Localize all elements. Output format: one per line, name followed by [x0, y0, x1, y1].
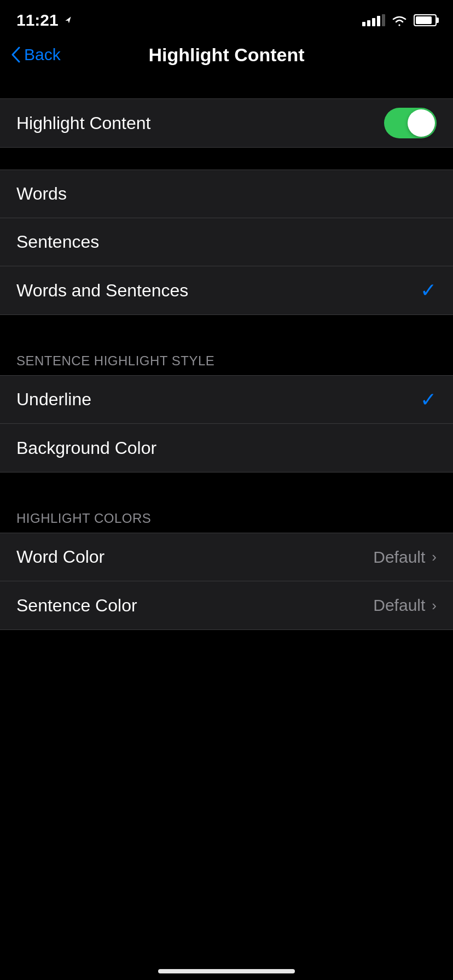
sentence-color-row[interactable]: Sentence Color Default › [0, 581, 453, 629]
location-icon [63, 15, 74, 26]
back-chevron-icon [11, 46, 21, 63]
back-button[interactable]: Back [11, 45, 61, 64]
word-color-row[interactable]: Word Color Default › [0, 533, 453, 581]
word-color-right: Default › [373, 548, 437, 567]
word-color-value: Default [373, 548, 425, 567]
highlight-colors-header: HIGHLIGHT COLORS [16, 511, 151, 526]
sentences-row[interactable]: Sentences [0, 218, 453, 266]
highlight-content-label: Highlight Content [16, 113, 150, 133]
words-and-sentences-checkmark: ✓ [420, 279, 437, 302]
word-color-label: Word Color [16, 547, 104, 567]
gap-3 [0, 315, 453, 337]
highlight-colors-header-container: HIGHLIGHT COLORS [0, 494, 453, 533]
sentence-color-value: Default [373, 596, 425, 615]
gap-1 [0, 77, 453, 98]
signal-bar-1 [362, 22, 365, 26]
time-label: 11:21 [16, 11, 59, 30]
battery-icon [414, 14, 437, 26]
sentence-highlight-style-section: Underline ✓ Background Color [0, 375, 453, 472]
back-label: Back [24, 45, 61, 64]
signal-bar-5 [382, 14, 385, 26]
word-color-chevron: › [432, 549, 437, 565]
underline-row[interactable]: Underline ✓ [0, 376, 453, 424]
signal-bar-2 [367, 20, 370, 26]
nav-bar: Back Highlight Content [0, 33, 453, 77]
page-title: Highlight Content [148, 44, 304, 66]
sentence-color-label: Sentence Color [16, 596, 137, 616]
home-indicator [158, 969, 295, 973]
signal-bar-3 [372, 18, 375, 26]
background-color-row[interactable]: Background Color [0, 424, 453, 472]
gap-2 [0, 148, 453, 170]
sentence-color-chevron: › [432, 597, 437, 614]
highlight-colors-section: Word Color Default › Sentence Color Defa… [0, 533, 453, 630]
highlight-content-toggle[interactable] [384, 108, 437, 138]
signal-bars [362, 14, 385, 26]
toggle-thumb [408, 109, 435, 137]
sentence-highlight-style-header: SENTENCE HIGHLIGHT STYLE [16, 353, 214, 368]
words-and-sentences-label: Words and Sentences [16, 281, 188, 301]
wifi-icon [392, 14, 407, 26]
sentence-highlight-style-header-container: SENTENCE HIGHLIGHT STYLE [0, 337, 453, 375]
words-row[interactable]: Words [0, 170, 453, 218]
underline-checkmark: ✓ [420, 388, 437, 411]
words-label: Words [16, 184, 67, 204]
status-time: 11:21 [16, 11, 74, 30]
highlight-content-section: Highlight Content [0, 98, 453, 148]
gap-4 [0, 472, 453, 494]
sentence-color-right: Default › [373, 596, 437, 615]
sentences-label: Sentences [16, 232, 99, 252]
words-and-sentences-row[interactable]: Words and Sentences ✓ [0, 266, 453, 314]
status-bar: 11:21 [0, 0, 453, 33]
status-icons [362, 14, 437, 26]
underline-label: Underline [16, 389, 91, 410]
background-color-label: Background Color [16, 438, 156, 458]
highlight-content-row: Highlight Content [0, 99, 453, 147]
content-options-section: Words Sentences Words and Sentences ✓ [0, 170, 453, 315]
battery-fill [416, 16, 432, 24]
signal-bar-4 [377, 16, 380, 26]
